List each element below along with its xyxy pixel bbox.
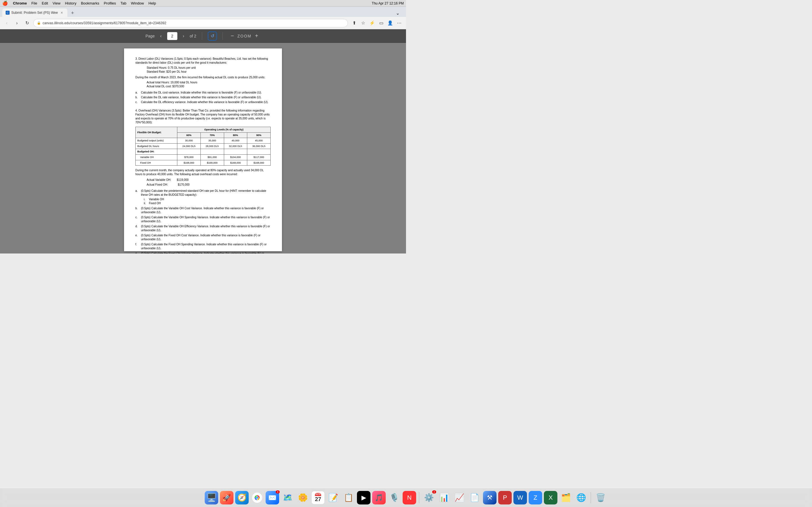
pdf-current-page[interactable]: 2 — [167, 32, 177, 40]
url-text: canvas.illinois.edu/courses/33591/assign… — [43, 21, 344, 25]
pdf-zoom-control: − ZOOM + — [229, 32, 260, 40]
standard-rate: Standard Rate: $20 per DL hour — [147, 70, 271, 74]
section-4: 4. Overhead (OH) Variances (3.5pts): Bet… — [135, 109, 271, 253]
tab-close-button[interactable]: × — [59, 10, 64, 15]
address-bar[interactable]: 🔒 canvas.illinois.edu/courses/33591/assi… — [33, 19, 348, 27]
security-lock-icon: 🔒 — [37, 21, 41, 25]
menubar-profiles[interactable]: Profiles — [101, 1, 118, 6]
actual-cost: Actual total DL cost: $370,500 — [147, 84, 271, 89]
actual-hours: Actual total Hours: 19,000 total DL hour… — [147, 80, 271, 84]
back-button[interactable]: ‹ — [3, 19, 11, 27]
pdf-zoom-out-button[interactable]: − — [229, 32, 236, 40]
pdf-prev-button[interactable]: ‹ — [157, 32, 165, 40]
extensions-button[interactable]: ⚡ — [368, 19, 376, 27]
section-3-item-a: a. Calculate the DL cost variance. Indic… — [135, 91, 271, 95]
section-4-item-g: g. (0.5pts) Calculate the Fixed OH Volum… — [135, 251, 271, 253]
section-3: 3. Direct Labor (DL) Variances (1.5pts; … — [135, 57, 271, 104]
menubar-window[interactable]: Window — [129, 1, 146, 6]
section-3-item-b: b. Calculate the DL rate variance. Indic… — [135, 96, 271, 100]
tabbar: C Submit: Problem Set (PS) Wee × + ⌄ — [0, 7, 406, 17]
actual-variable-oh-label: Actual Variable OH: — [147, 178, 171, 182]
pdf-page-label: Page — [146, 34, 155, 38]
actual-variable-oh-value: $119,000 — [177, 178, 189, 182]
menubar-help[interactable]: Help — [146, 1, 158, 6]
apple-menu[interactable]: 🍎 — [2, 1, 8, 6]
section-4-item-f: f. (0.5pts) Calculate the Fixed OH Spend… — [135, 242, 271, 250]
pdf-toolbar: Page ‹ 2 › of 2 ↺ − ZOOM + — [0, 29, 406, 43]
oh-table: Flexible OH Budget: Operating Levels (% … — [135, 127, 271, 166]
menubar-tab[interactable]: Tab — [118, 1, 129, 6]
more-button[interactable]: ⋯ — [395, 19, 403, 27]
actual-fixed-oh-label: Actual Fixed OH: — [147, 183, 168, 187]
pdf-reload-button[interactable]: ↺ — [208, 32, 217, 41]
section-4-title: 4. Overhead (OH) Variances (3.5pts): Bet… — [135, 109, 271, 124]
actual-text: During the current month, the company ac… — [135, 168, 271, 176]
profile-button[interactable]: 👤 — [386, 19, 394, 27]
pdf-next-button[interactable]: › — [180, 32, 188, 40]
menubar: 🍎 Chrome File Edit View History Bookmark… — [0, 0, 406, 7]
menubar-right: Thu Apr 27 12:16 PM — [372, 1, 404, 5]
actual-oh-values: Actual Variable OH: $119,000 Actual Fixe… — [147, 178, 271, 187]
active-tab[interactable]: C Submit: Problem Set (PS) Wee × — [2, 8, 67, 17]
menubar-edit[interactable]: Edit — [40, 1, 50, 6]
pdf-page: 3. Direct Labor (DL) Variances (1.5pts; … — [124, 48, 282, 251]
pdf-zoom-in-button[interactable]: + — [253, 32, 260, 40]
reload-button[interactable]: ↻ — [23, 19, 31, 27]
section-3-intro: During the month of March 2023, the firm… — [135, 75, 271, 79]
section-4-item-b: b. (0.5pts) Calculate the Variable OH Co… — [135, 207, 271, 214]
section-4-item-d: d. (0.5pts) Calculate the Variable OH Ef… — [135, 224, 271, 232]
share-button[interactable]: ⬆ — [350, 19, 358, 27]
tabs-menu-button[interactable]: ⌄ — [394, 9, 402, 17]
tab-favicon: C — [6, 11, 10, 15]
section-4-items: a. (0.5pts) Calculate the predetermined … — [135, 189, 271, 253]
section-4-item-c: c. (0.5pts) Calculate the Variable OH Sp… — [135, 216, 271, 223]
bookmark-button[interactable]: ☆ — [359, 19, 367, 27]
pdf-zoom-label: ZOOM — [238, 34, 252, 38]
standard-hours: Standard Hours: 0.75 DL hours per unit — [147, 66, 271, 70]
menubar-chrome[interactable]: Chrome — [11, 1, 29, 6]
sidebar-button[interactable]: ▭ — [377, 19, 385, 27]
pdf-content-area[interactable]: 3. Direct Labor (DL) Variances (1.5pts; … — [0, 43, 406, 253]
menubar-time: Thu Apr 27 12:16 PM — [372, 1, 404, 5]
menubar-bookmarks[interactable]: Bookmarks — [79, 1, 101, 6]
menubar-view[interactable]: View — [50, 1, 63, 6]
nav-actions: ⬆ ☆ ⚡ ▭ 👤 ⋯ — [350, 19, 403, 27]
menubar-file[interactable]: File — [29, 1, 40, 6]
pdf-total-pages: of 2 — [190, 34, 196, 38]
new-tab-button[interactable]: + — [68, 9, 77, 17]
section-3-items: a. Calculate the DL cost variance. Indic… — [135, 91, 271, 104]
pdf-page-control: Page ‹ 2 › of 2 — [146, 32, 196, 40]
forward-button[interactable]: › — [13, 19, 21, 27]
tab-title: Submit: Problem Set (PS) Wee — [11, 11, 58, 15]
actual-fixed-oh-value: $170,000 — [178, 183, 190, 187]
section-4-item-e: e. (0.5pts) Calculate the Fixed OH Cost … — [135, 233, 271, 241]
menubar-history[interactable]: History — [63, 1, 79, 6]
section-4-item-a: a. (0.5pts) Calculate the predetermined … — [135, 189, 271, 205]
section-3-item-c: c. Calculate the DL efficiency variance.… — [135, 100, 271, 104]
pdf-divider-2 — [222, 32, 223, 40]
section-3-title: 3. Direct Labor (DL) Variances (1.5pts; … — [135, 57, 271, 65]
navbar: ‹ › ↻ 🔒 canvas.illinois.edu/courses/3359… — [0, 17, 406, 29]
